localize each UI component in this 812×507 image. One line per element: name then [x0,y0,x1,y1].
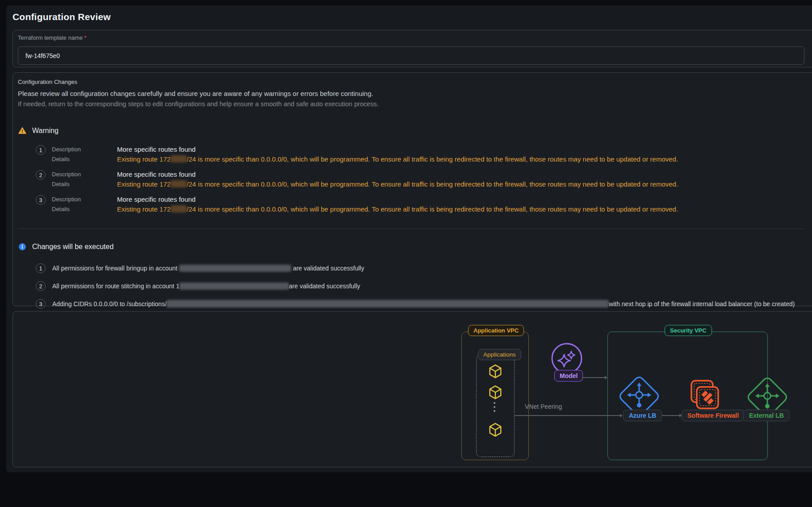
item-number: 3 [36,299,46,309]
execution-item: 2 All permissions for route stitching in… [36,281,804,291]
required-asterisk: * [84,34,86,41]
ellipsis-icon [494,402,495,412]
model-badge: Model [554,370,583,382]
content-panel: Configuration Review Terraform template … [6,5,812,472]
template-name-input[interactable] [18,46,804,65]
item-number: 1 [36,263,46,273]
redacted-account [180,283,289,290]
redacted-route [171,155,187,162]
section-divider [18,229,804,229]
template-name-card: Terraform template name* [13,30,812,67]
execution-item-text: All permissions for firewall bringup in … [52,265,804,272]
template-name-label: Terraform template name* [18,34,812,41]
review-instruction-line2: If needed, return to the corresponding s… [18,100,804,108]
item-number: 3 [36,195,46,205]
item-number: 1 [36,145,46,155]
configuration-changes-heading: Configuration Changes [18,79,804,85]
execution-item: 1 All permissions for firewall bringup i… [36,263,804,273]
details-label: Details [52,204,111,214]
info-section-header: Changes will be executed [18,242,804,251]
cube-icon [488,385,503,400]
warning-title: Warning [32,127,59,135]
warning-item: 3 Description Details More specific rout… [36,195,804,214]
software-firewall-badge: Software Firewall [682,410,745,421]
execution-item: 3 Adding CIDRs 0.0.0.0/0 to /subscriptio… [36,299,804,308]
warning-item: 2 Description Details More specific rout… [36,170,804,189]
description-label: Description [52,195,111,204]
execution-item-text: Adding CIDRs 0.0.0.0/0 to /subscriptions… [52,300,804,308]
topology-diagram-card: VNet Peering Application VPC Application… [13,311,812,467]
page-title: Configuration Review [13,12,111,22]
cube-icon [488,422,503,437]
warning-details: Existing route 172/24 is more specific t… [117,179,804,189]
application-vpc-badge: Application VPC [468,325,524,336]
warning-section-header: Warning [18,126,804,135]
configuration-changes-card: Configuration Changes Please review all … [13,72,812,306]
warning-item: 1 Description Details More specific rout… [36,145,804,164]
warning-description: More specific routes found [117,195,804,204]
applications-badge: Applications [478,349,521,360]
warning-icon [18,126,27,135]
details-label: Details [52,154,111,164]
warning-description: More specific routes found [117,170,804,179]
execution-changes-list: 1 All permissions for firewall bringup i… [36,263,804,308]
security-vpc-badge: Security VPC [665,325,712,336]
external-lb-badge: External LB [743,410,790,421]
redacted-account [179,265,291,272]
item-number: 2 [36,281,46,291]
info-icon [18,242,27,251]
model-arrow-icon [605,376,607,379]
execution-item-text: All permissions for route stitching in a… [52,283,804,290]
redacted-route [171,180,187,187]
vnet-peering-label: VNet Peering [525,403,562,410]
warning-details: Existing route 172/24 is more specific t… [117,154,804,164]
redacted-route [171,205,187,212]
item-number: 2 [36,170,46,180]
warning-list: 1 Description Details More specific rout… [36,145,804,214]
warning-details: Existing route 172/24 is more specific t… [117,204,804,214]
warning-description: More specific routes found [117,145,804,154]
azure-lb-badge: Azure LB [623,410,662,421]
description-label: Description [52,170,111,179]
vnet-peering-line [515,415,620,416]
redacted-subscription [167,300,609,308]
review-instruction-line1: Please review all configuration changes … [18,90,804,97]
cube-icon [488,364,503,379]
description-label: Description [52,145,111,154]
info-title: Changes will be executed [32,243,113,251]
details-label: Details [52,179,111,189]
model-connector-line [580,377,606,378]
